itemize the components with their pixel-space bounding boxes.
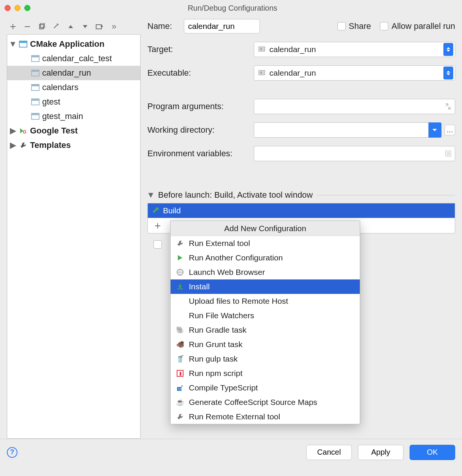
edit-defaults-button[interactable] xyxy=(52,22,61,31)
build-task-row[interactable]: Build xyxy=(148,203,455,218)
ts-icon: TS xyxy=(176,384,184,392)
popup-item-compile-typescript[interactable]: TSCompile TypeScript xyxy=(171,381,360,395)
config-tree[interactable]: ▼ CMake Application calendar_calc_test c… xyxy=(7,34,141,439)
popup-item-label: Install xyxy=(189,282,210,291)
popup-item-run-gulp-task[interactable]: 🥤Run gulp task xyxy=(171,352,360,366)
move-up-button[interactable] xyxy=(66,22,75,31)
parallel-label: Allow parallel run xyxy=(391,21,455,31)
list-icon[interactable] xyxy=(445,150,452,157)
svg-rect-12 xyxy=(32,99,39,101)
svg-rect-6 xyxy=(32,56,39,57)
svg-rect-10 xyxy=(32,84,39,86)
env-label: Environment variables: xyxy=(147,149,254,159)
play-icon xyxy=(176,254,184,262)
popup-item-label: Run Grunt task xyxy=(189,340,242,349)
popup-item-label: Run File Watchers xyxy=(189,311,254,320)
build-label: Build xyxy=(163,206,181,215)
gradle-icon: 🐘 xyxy=(176,326,184,334)
copy-config-button[interactable] xyxy=(37,22,46,31)
tree-node-cmake-application[interactable]: ▼ CMake Application xyxy=(7,37,140,51)
popup-item-label: Run npm script xyxy=(189,369,242,378)
tree-node-calendars[interactable]: calendars xyxy=(7,80,140,95)
name-input[interactable] xyxy=(184,19,260,33)
popup-item-label: Run External tool xyxy=(189,239,250,248)
executable-label: Executable: xyxy=(147,68,254,78)
add-config-button[interactable] xyxy=(8,22,17,31)
wd-input[interactable] xyxy=(254,122,429,138)
globe-icon xyxy=(176,268,184,276)
popup-item-label: Run Another Configuration xyxy=(189,253,283,262)
target-icon xyxy=(258,45,266,54)
popup-item-run-another-configuration[interactable]: Run Another Configuration xyxy=(171,251,360,265)
tree-label: Google Test xyxy=(30,126,78,136)
tree-label: CMake Application xyxy=(30,39,104,49)
collapse-icon[interactable]: ▼ xyxy=(147,190,154,200)
target-value: calendar_run xyxy=(269,45,443,54)
expand-icon[interactable] xyxy=(445,103,452,110)
traffic-lights xyxy=(5,5,30,11)
zoom-window-icon[interactable] xyxy=(24,5,30,11)
svg-rect-2 xyxy=(96,25,101,29)
wd-browse-button[interactable]: … xyxy=(445,125,455,135)
collapse-icon: ▶ xyxy=(9,126,16,136)
popup-item-label: Run Remote External tool xyxy=(189,412,280,421)
run-config-icon xyxy=(31,83,40,92)
executable-select[interactable]: calendar_run xyxy=(254,65,455,81)
svg-rect-22 xyxy=(180,372,181,376)
wd-dropdown-button[interactable] xyxy=(428,122,441,138)
svg-text:G: G xyxy=(23,129,26,135)
collapse-icon: ▶ xyxy=(9,140,16,150)
tree-node-gtest-main[interactable]: gtest_main xyxy=(7,109,140,124)
install-icon xyxy=(176,282,184,291)
remove-config-button[interactable] xyxy=(23,22,32,31)
cancel-button[interactable]: Cancel xyxy=(306,445,352,460)
popup-item-run-npm-script[interactable]: Run npm script xyxy=(171,366,360,381)
svg-rect-14 xyxy=(32,113,39,115)
tree-node-google-test[interactable]: ▶ G Google Test xyxy=(7,124,140,138)
name-label: Name: xyxy=(147,21,184,31)
tree-node-calendar-run[interactable]: calendar_run xyxy=(7,66,140,80)
target-label: Target: xyxy=(147,44,254,54)
tree-label: calendars xyxy=(42,83,78,92)
move-down-button[interactable] xyxy=(81,22,90,31)
parallel-checkbox[interactable]: Allow parallel run xyxy=(380,21,455,31)
apply-button[interactable]: Apply xyxy=(358,445,403,460)
add-task-button[interactable] xyxy=(153,221,162,230)
executable-value: calendar_run xyxy=(269,68,443,78)
popup-item-launch-web-browser[interactable]: Launch Web Browser xyxy=(171,265,360,279)
run-config-icon xyxy=(31,68,40,78)
share-checkbox[interactable]: Share xyxy=(337,21,371,31)
popup-item-run-grunt-task[interactable]: 🐗Run Grunt task xyxy=(171,337,360,352)
cmake-app-icon xyxy=(19,40,28,49)
minimize-window-icon[interactable] xyxy=(14,5,21,11)
hidden-checkbox[interactable] xyxy=(153,240,162,249)
args-input[interactable] xyxy=(254,99,455,114)
popup-item-generate-coffeescript-source-maps[interactable]: ☕Generate CoffeeScript Source Maps xyxy=(171,395,360,409)
env-input[interactable] xyxy=(254,146,455,161)
popup-item-run-gradle-task[interactable]: 🐘Run Gradle task xyxy=(171,323,360,337)
help-button[interactable]: ? xyxy=(7,447,17,458)
tree-node-templates[interactable]: ▶ Templates xyxy=(7,138,140,152)
target-select[interactable]: calendar_run xyxy=(254,42,455,57)
tree-label: Templates xyxy=(30,140,71,150)
close-window-icon[interactable] xyxy=(5,5,11,11)
popup-item-install[interactable]: Install xyxy=(171,279,360,294)
folder-button[interactable] xyxy=(95,22,104,31)
popup-item-label: Compile TypeScript xyxy=(189,383,258,392)
tree-label: gtest_main xyxy=(42,111,83,121)
ok-button[interactable]: OK xyxy=(410,445,455,460)
popup-item-run-external-tool[interactable]: Run External tool xyxy=(171,236,360,251)
more-button[interactable]: » xyxy=(109,22,119,31)
hammer-icon xyxy=(152,207,159,214)
dropdown-icon xyxy=(443,43,453,56)
popup-item-run-file-watchers[interactable]: Run File Watchers xyxy=(171,308,360,323)
npm-icon xyxy=(176,369,184,378)
dialog-footer: ? Cancel Apply OK xyxy=(0,439,462,465)
svg-rect-19 xyxy=(156,208,158,210)
popup-item-run-remote-external-tool[interactable]: Run Remote External tool xyxy=(171,409,360,424)
google-test-icon: G xyxy=(19,126,28,135)
popup-item-upload-files-to-remote-host[interactable]: Upload files to Remote Host xyxy=(171,294,360,308)
run-config-icon xyxy=(31,97,40,106)
tree-node-calendar-calc-test[interactable]: calendar_calc_test xyxy=(7,51,140,66)
tree-node-gtest[interactable]: gtest xyxy=(7,95,140,109)
